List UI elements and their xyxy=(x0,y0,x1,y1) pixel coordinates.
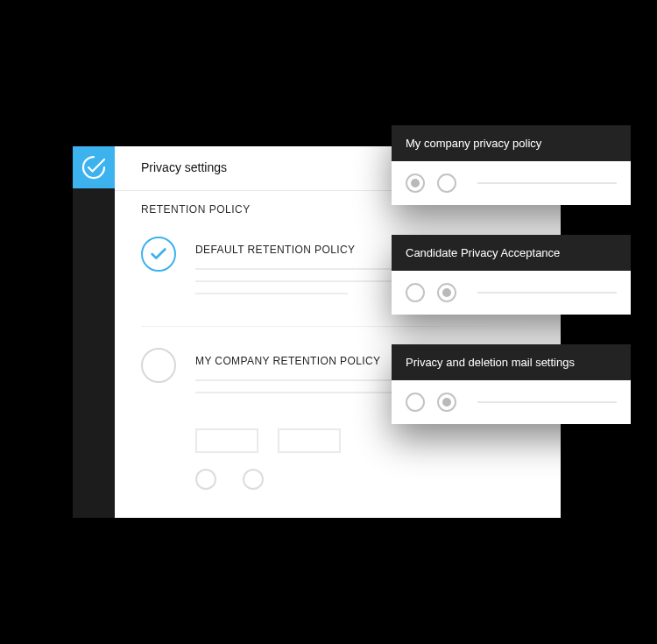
radio-option[interactable] xyxy=(406,393,425,412)
card-privacy-policy[interactable]: My company privacy policy xyxy=(392,125,631,205)
card-mail-settings[interactable]: Privacy and deletion mail settings xyxy=(392,344,631,424)
card-header: Candidate Privacy Acceptance xyxy=(392,235,631,271)
radio-option[interactable] xyxy=(437,393,456,412)
card-header: My company privacy policy xyxy=(392,125,631,161)
input-placeholder[interactable] xyxy=(195,428,258,453)
radio-option[interactable] xyxy=(437,173,456,193)
check-circle-icon xyxy=(81,154,107,180)
sub-radios xyxy=(141,453,534,490)
card-body xyxy=(392,271,631,315)
radio-selected-icon[interactable] xyxy=(141,237,176,272)
placeholder-line xyxy=(477,401,617,403)
input-placeholder[interactable] xyxy=(278,428,341,453)
radio-option[interactable] xyxy=(437,283,456,302)
placeholder-line xyxy=(195,293,348,294)
radio-option[interactable] xyxy=(406,173,425,193)
radio-option[interactable] xyxy=(195,469,216,490)
logo-tile[interactable] xyxy=(73,146,115,188)
radio-empty-icon[interactable] xyxy=(141,348,176,383)
checkmark-icon xyxy=(149,244,168,264)
card-body xyxy=(392,380,631,424)
divider xyxy=(141,326,534,327)
placeholder-line xyxy=(477,292,617,294)
card-header: Privacy and deletion mail settings xyxy=(392,344,631,380)
radio-option[interactable] xyxy=(243,469,264,490)
placeholder-line xyxy=(195,392,406,393)
card-candidate-acceptance[interactable]: Candidate Privacy Acceptance xyxy=(392,235,631,315)
radio-option[interactable] xyxy=(406,283,425,302)
sidebar xyxy=(73,146,115,518)
card-body xyxy=(392,161,631,205)
placeholder-line xyxy=(477,182,617,184)
sub-controls xyxy=(141,425,534,453)
